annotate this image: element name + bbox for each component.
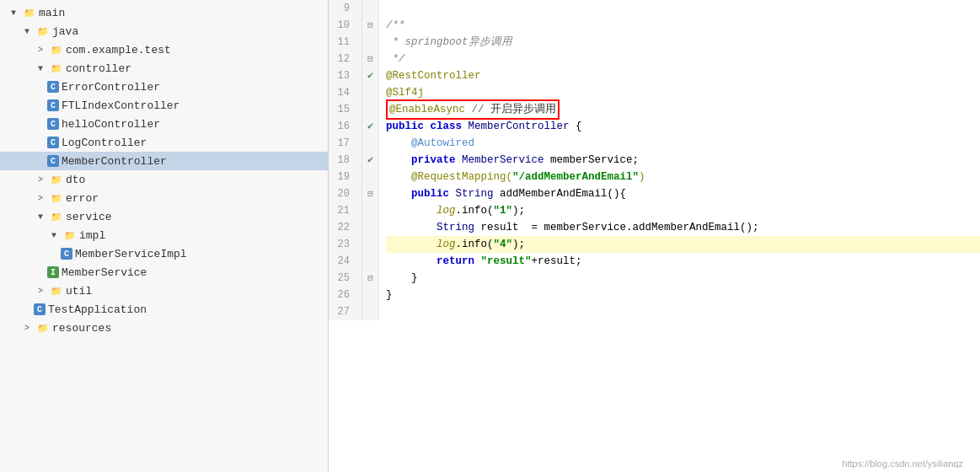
arrow-icon: > (34, 43, 47, 56)
arrow-icon: > (34, 191, 47, 205)
sidebar-item-error[interactable]: > 📁 error (0, 189, 328, 207)
sidebar-item-label: com.example.test (66, 44, 171, 56)
class-c-icon: C (34, 303, 46, 315)
gutter-cell (362, 34, 378, 51)
folder-icon: 📁 (50, 43, 63, 56)
sidebar-item-controller[interactable]: ▼ 📁 controller (0, 59, 328, 78)
arrow-icon: > (34, 173, 47, 186)
watermark: https://blog.csdn.net/ysilianqz (842, 459, 963, 469)
arrow-icon: > (20, 321, 34, 335)
code-line-26: } (386, 287, 980, 303)
code-line-13: @RestController (386, 67, 980, 84)
folder-icon: 📁 (50, 284, 63, 298)
line-number: 12 (329, 51, 355, 67)
line-number: 9 (329, 0, 355, 17)
sidebar-item-label: controller (66, 62, 131, 75)
folder-icon: 📁 (63, 228, 77, 242)
code-line-18: private MemberService memberService; (386, 152, 980, 169)
sidebar-item-label: dto (66, 174, 85, 186)
code-line-14: @Slf4j (386, 84, 980, 101)
sidebar-item-log-controller[interactable]: C LogController (0, 133, 328, 152)
code-line-24: return "result"+result; (386, 253, 980, 270)
sidebar-item-service[interactable]: ▼ 📁 service (0, 207, 328, 226)
line-number: 13 (329, 67, 355, 84)
class-c-icon: C (47, 99, 59, 111)
sidebar-item-label: resources (52, 322, 111, 335)
gutter-cell (362, 84, 378, 101)
gutter-cell (362, 202, 378, 219)
gutter-cell (362, 135, 378, 152)
line-number: 20 (329, 185, 355, 202)
line-numbers: 9 10 11 12 13 14 15 16 17 18 19 20 21 22… (329, 0, 362, 320)
folder-icon: 📁 (36, 321, 50, 335)
arrow-icon: ▼ (34, 210, 47, 223)
sidebar-item-label: ErrorController (62, 81, 160, 94)
sidebar-item-test-application[interactable]: C TestApplication (0, 300, 328, 319)
sidebar-item-label: util (66, 285, 92, 298)
editor-gutter: ⊟ ⊟ ✔ ✔ ✔ ⊟ ⊟ (362, 0, 379, 320)
gutter-cell (362, 253, 378, 270)
sidebar-item-util[interactable]: > 📁 util (0, 282, 328, 300)
folder-icon: 📁 (50, 173, 63, 186)
sidebar-item-resources[interactable]: > 📁 resources (0, 319, 328, 337)
sidebar-item-member-service[interactable]: I MemberService (0, 263, 328, 282)
gutter-cell (362, 219, 378, 236)
gutter-cell: ⊟ (362, 17, 378, 34)
gutter-cell: ⊟ (362, 51, 378, 67)
line-number: 10 (329, 17, 355, 34)
folder-icon: 📁 (36, 24, 50, 38)
sidebar-item-label: service (66, 211, 112, 223)
folder-icon: 📁 (23, 6, 36, 19)
arrow-icon: ▼ (47, 228, 61, 242)
line-number: 14 (329, 84, 355, 101)
sidebar-item-member-service-impl[interactable]: C MemberServiceImpl (0, 244, 328, 263)
sidebar-item-label: error (66, 192, 99, 205)
sidebar-item-member-controller[interactable]: C MemberController (0, 152, 328, 170)
gutter-cell (362, 169, 378, 185)
code-line-12: */ (386, 51, 980, 67)
arrow-icon: > (34, 284, 47, 298)
class-c-icon: C (47, 81, 59, 93)
sidebar-item-error-controller[interactable]: C ErrorController (0, 78, 328, 96)
code-line-22: String result = memberService.addMemberA… (386, 219, 980, 236)
sidebar-item-hello-controller[interactable]: C helloController (0, 115, 328, 133)
gutter-cell: ✔ (362, 118, 378, 135)
sidebar-item-com-example-test[interactable]: > 📁 com.example.test (0, 40, 328, 59)
line-number: 23 (329, 236, 355, 253)
class-c-icon: C (47, 137, 59, 148)
line-number: 26 (329, 287, 355, 303)
gutter-cell (362, 0, 378, 17)
sidebar-item-label: main (39, 7, 65, 19)
line-number: 25 (329, 270, 355, 287)
line-number: 21 (329, 202, 355, 219)
gutter-cell (362, 303, 378, 320)
sidebar-item-main[interactable]: ▼ 📁 main (0, 3, 328, 22)
code-line-15: @EnableAsync // 开启异步调用 (386, 101, 980, 118)
line-number: 18 (329, 152, 355, 169)
line-number: 11 (329, 34, 355, 51)
gutter-cell (362, 101, 378, 118)
code-editor: 9 10 11 12 13 14 15 16 17 18 19 20 21 22… (329, 0, 980, 472)
file-tree[interactable]: ▼ 📁 main ▼ 📁 java > 📁 com.example.test ▼… (0, 0, 329, 472)
gutter-cell (362, 287, 378, 303)
sidebar-item-impl[interactable]: ▼ 📁 impl (0, 226, 328, 244)
folder-icon: 📁 (50, 62, 63, 75)
gutter-cell: ⊟ (362, 185, 378, 202)
code-line-23: log.info("4"); (386, 236, 980, 253)
line-number: 15 (329, 101, 355, 118)
code-line-19: @RequestMapping("/addMemberAndEmail") (386, 169, 980, 185)
sidebar-item-label: MemberController (62, 155, 167, 168)
line-number: 19 (329, 169, 355, 185)
code-lines: /** * springboot异步调用 */ @RestController … (379, 0, 980, 320)
gutter-cell: ✔ (362, 67, 378, 84)
sidebar-item-dto[interactable]: > 📁 dto (0, 170, 328, 189)
sidebar-item-label: MemberService (62, 266, 147, 279)
line-number: 17 (329, 135, 355, 152)
sidebar-item-ftl-controller[interactable]: C FTLIndexController (0, 96, 328, 115)
line-number: 27 (329, 303, 355, 320)
gutter-cell: ✔ (362, 152, 378, 169)
folder-icon: 📁 (50, 210, 63, 223)
sidebar-item-java[interactable]: ▼ 📁 java (0, 22, 328, 40)
code-area: 9 10 11 12 13 14 15 16 17 18 19 20 21 22… (329, 0, 980, 320)
sidebar-item-label: java (52, 25, 78, 38)
